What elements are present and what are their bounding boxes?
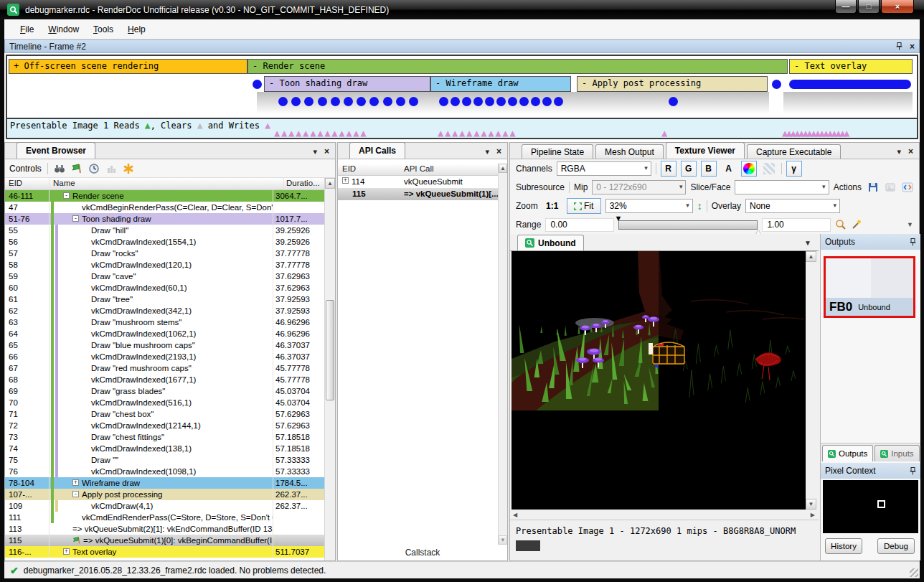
event-row-76[interactable]: 76vkCmdDrawIndexed(1098,1)57.33333 (5, 466, 324, 477)
event-row-116-...[interactable]: 116-...+Text overlay511.7037 (5, 546, 324, 558)
event-row-62[interactable]: 62vkCmdDrawIndexed(342,1)37.92593 (5, 305, 324, 316)
tree-expander-icon[interactable]: + (63, 548, 70, 555)
event-row-59[interactable]: 59Draw "cave"37.62963 (5, 271, 324, 282)
timeline-event-dot[interactable] (278, 97, 288, 106)
write-marker-triangles[interactable]: ▲▲▲▲▲▲▲▲▲▲▲▲▲▲▲▲ (782, 128, 848, 138)
scrollbar-thumb[interactable] (326, 300, 334, 400)
asterisk-icon[interactable] (123, 163, 134, 174)
event-row-67[interactable]: 67Draw "red mushroom caps"45.77778 (5, 362, 324, 374)
event-row-68[interactable]: 68vkCmdDrawIndexed(1677,1)45.77778 (5, 374, 324, 385)
timeline-bar-apply-post-processing[interactable]: - Apply post processing (577, 76, 768, 92)
tree-expander-icon[interactable]: + (72, 479, 79, 486)
minimize-button[interactable]: — (835, 0, 857, 14)
callstack-label[interactable]: Callstack (338, 548, 507, 558)
timeline-event-dot[interactable] (253, 80, 262, 89)
event-row-74[interactable]: 74vkCmdDrawIndexed(138,1)57.18518 (5, 443, 324, 454)
timeline-event-dot[interactable] (318, 97, 327, 106)
timeline-event-dot[interactable] (409, 97, 418, 106)
timeline-event-dot[interactable] (344, 97, 353, 106)
statistics-icon[interactable] (105, 163, 117, 174)
event-row-78-104[interactable]: 78-104+Wireframe draw1784.5... (5, 477, 324, 489)
pin-icon[interactable] (910, 238, 916, 246)
zoom-1-1-button[interactable]: 1:1 (542, 198, 562, 214)
close-tab-icon[interactable]: × (908, 146, 913, 156)
timeline-event-dot[interactable] (451, 97, 460, 106)
close-panel-icon[interactable]: × (910, 42, 915, 52)
menu-tools[interactable]: Tools (86, 21, 121, 38)
event-row-64[interactable]: 64vkCmdDrawIndexed(1062,1)46.96296 (5, 328, 324, 339)
flag-icon[interactable] (71, 163, 82, 174)
timeline-bar-off-screen-scene-rendering[interactable]: + Off-screen scene rendering (9, 59, 248, 74)
open-image-icon[interactable] (885, 182, 896, 193)
channel-blue-button[interactable]: B (701, 161, 717, 177)
menu-help[interactable]: Help (121, 21, 153, 38)
timeline-canvas[interactable]: Presentable Image 1 Reads ▲, Clears ▲ an… (4, 53, 920, 142)
mip-select[interactable]: 0 - 1272x690▾ (592, 180, 686, 194)
scroll-left-icon[interactable]: ◀ (513, 512, 517, 518)
save-icon[interactable] (867, 182, 879, 193)
texture-list-dropdown-icon[interactable]: ▼ (804, 239, 811, 247)
menu-window[interactable]: Window (41, 21, 86, 38)
write-marker-triangles[interactable]: ▲▲▲▲▲▲▲▲▲▲▲ (438, 128, 517, 138)
event-row-70[interactable]: 70vkCmdDrawIndexed(516,1)45.03704 (5, 397, 324, 408)
event-row-56[interactable]: 56vkCmdDrawIndexed(1554,1)39.25926 (5, 236, 324, 248)
range-black-marker[interactable]: ▼ (614, 214, 622, 222)
event-row-107-...[interactable]: 107-...-Apply post processing262.37... (5, 489, 324, 500)
timeline-event-dot[interactable] (439, 97, 448, 106)
pin-icon[interactable] (896, 42, 902, 50)
timeline-dense-events-pill[interactable] (789, 80, 911, 89)
api-row-115[interactable]: 115=> vkQueueSubmit(1)[... (338, 188, 507, 200)
timeline-bar-wireframe-draw[interactable]: - Wireframe draw (430, 76, 571, 92)
timeline-event-dot[interactable] (508, 97, 517, 106)
scroll-down-icon[interactable]: ▼ (806, 499, 816, 510)
tree-expander-icon[interactable]: - (72, 491, 79, 497)
history-button[interactable]: History (825, 538, 862, 554)
texture-vscrollbar[interactable]: ▲ ▼ (806, 251, 816, 510)
close-tab-icon[interactable]: × (496, 146, 501, 156)
tab-pipeline-state[interactable]: Pipeline State (522, 144, 593, 159)
event-browser-header[interactable]: EID Name Duratio... (5, 178, 335, 190)
tree-expander-icon[interactable]: - (63, 192, 70, 199)
pixel-context-header[interactable]: Pixel Context (821, 463, 920, 479)
timeline-event-dot[interactable] (473, 97, 483, 106)
clock-icon[interactable] (88, 163, 100, 174)
range-min-input[interactable]: 0.00 (545, 218, 614, 232)
flip-y-icon[interactable]: ↕ (697, 200, 702, 212)
binoculars-icon[interactable] (54, 163, 65, 174)
channel-red-button[interactable]: R (661, 161, 676, 177)
tree-expander-icon[interactable]: + (342, 177, 349, 184)
timeline-event-dot[interactable] (331, 97, 340, 106)
tab-mesh-output[interactable]: Mesh Output (595, 144, 664, 159)
timeline-event-dot[interactable] (542, 97, 552, 106)
fb0-output-thumbnail[interactable]: FB0 Unbound (824, 256, 915, 318)
api-calls-header[interactable]: EID API Call (338, 164, 507, 176)
timeline-event-dot[interactable] (383, 97, 392, 106)
timeline-panel-header[interactable]: Timeline - Frame #2 × (4, 39, 920, 53)
chevron-down-icon[interactable]: ▾ (313, 147, 317, 156)
event-row-46-111[interactable]: 46-111-Render scene3064.7... (5, 190, 324, 202)
channels-select[interactable]: RGBA▾ (557, 161, 651, 176)
color-wheel-button[interactable] (741, 161, 757, 177)
tab-capture-executable[interactable]: Capture Executable (747, 144, 841, 159)
timeline-event-dot[interactable] (496, 97, 506, 106)
scroll-up-icon[interactable]: ▲ (325, 178, 335, 189)
scroll-down-icon[interactable]: ▼ (499, 535, 507, 545)
event-row-58[interactable]: 58vkCmdDrawIndexed(120,1)37.77778 (5, 259, 324, 271)
timeline-event-dot[interactable] (772, 80, 781, 89)
tab-outputs[interactable]: Outputs (822, 445, 873, 461)
event-row-111[interactable]: 111vkCmdEndRenderPass(C=Store, D=Store, … (5, 512, 324, 523)
event-browser-scrollbar[interactable]: ▲ (324, 178, 335, 560)
slice-face-select[interactable]: ▾ (735, 180, 829, 194)
title-bar[interactable]: debugmarker.rdc - RenderDoc Unofficial r… (0, 0, 924, 19)
timeline-bar-toon-shading-draw[interactable]: - Toon shading draw (264, 76, 430, 92)
scroll-right-icon[interactable]: ▶ (811, 512, 815, 518)
close-button[interactable]: × (881, 0, 914, 14)
chevron-down-icon[interactable]: ▾ (485, 147, 489, 156)
timeline-event-dot[interactable] (462, 97, 471, 106)
event-row-63[interactable]: 63Draw "mushroom stems"46.96296 (5, 316, 324, 328)
event-row-55[interactable]: 55Draw "hill"39.25926 (5, 225, 324, 236)
event-row-57[interactable]: 57Draw "rocks"37.77778 (5, 248, 324, 259)
timeline-event-dot[interactable] (531, 97, 540, 106)
event-row-69[interactable]: 69Draw "grass blades"45.03704 (5, 385, 324, 397)
chevron-down-icon[interactable]: ▾ (897, 147, 901, 156)
